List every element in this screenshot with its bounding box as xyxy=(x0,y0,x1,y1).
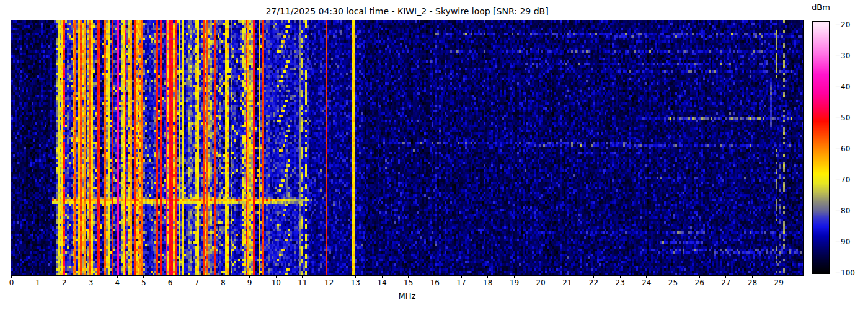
x-tick xyxy=(699,275,700,278)
colorbar-tick-label: −40 xyxy=(835,82,866,91)
x-tick xyxy=(197,275,197,278)
x-tick xyxy=(725,275,726,278)
x-tick-label: 25 xyxy=(663,278,684,287)
x-tick xyxy=(329,275,329,278)
x-tick xyxy=(302,275,303,278)
colorbar-tick-label: −20 xyxy=(835,20,866,29)
x-tick xyxy=(779,275,779,278)
x-tick-label: 20 xyxy=(530,278,551,287)
x-tick-label: 6 xyxy=(160,278,181,287)
waterfall-canvas xyxy=(11,20,803,275)
waterfall-plot xyxy=(11,20,804,276)
colorbar-tick xyxy=(830,149,832,149)
x-tick xyxy=(38,275,38,278)
colorbar-unit-label: dBm xyxy=(805,2,837,12)
x-tick xyxy=(143,275,144,278)
chart-title: 27/11/2025 04:30 local time - KIWI_2 - S… xyxy=(11,6,803,17)
x-tick-label: 5 xyxy=(133,278,154,287)
x-tick xyxy=(435,275,435,278)
x-tick-label: 10 xyxy=(265,278,286,287)
colorbar-tick xyxy=(830,211,832,211)
x-tick xyxy=(91,275,91,278)
x-tick-label: 12 xyxy=(319,278,340,287)
x-tick-label: 15 xyxy=(398,278,419,287)
colorbar-canvas xyxy=(813,22,829,273)
x-tick xyxy=(223,275,223,278)
colorbar-tick xyxy=(830,273,832,273)
x-tick-label: 2 xyxy=(54,278,75,287)
x-tick-label: 3 xyxy=(81,278,102,287)
colorbar-tick xyxy=(830,87,832,87)
x-tick xyxy=(170,275,170,278)
x-tick xyxy=(514,275,515,278)
x-tick xyxy=(461,275,462,278)
x-tick xyxy=(276,275,277,278)
x-tick-label: 4 xyxy=(107,278,128,287)
x-tick xyxy=(487,275,488,278)
spectrogram-page: 27/11/2025 04:30 local time - KIWI_2 - S… xyxy=(0,0,868,310)
x-tick-label: 24 xyxy=(636,278,657,287)
x-tick-label: 22 xyxy=(583,278,604,287)
colorbar-tick xyxy=(830,25,832,25)
x-tick-label: 23 xyxy=(609,278,631,287)
x-tick-label: 9 xyxy=(239,278,260,287)
x-tick-label: 16 xyxy=(424,278,445,287)
x-tick-label: 28 xyxy=(742,278,763,287)
x-tick-label: 8 xyxy=(213,278,234,287)
colorbar-tick-label: −60 xyxy=(835,144,866,153)
colorbar-tick xyxy=(830,242,832,242)
x-tick xyxy=(752,275,753,278)
x-tick xyxy=(541,275,541,278)
x-tick-label: 18 xyxy=(477,278,498,287)
x-tick-label: 11 xyxy=(292,278,313,287)
x-tick xyxy=(64,275,64,278)
x-tick xyxy=(620,275,621,278)
x-tick-label: 0 xyxy=(1,278,22,287)
x-tick xyxy=(673,275,673,278)
x-tick-label: 19 xyxy=(503,278,525,287)
colorbar-tick-label: −30 xyxy=(835,51,866,60)
x-tick-label: 7 xyxy=(186,278,207,287)
colorbar xyxy=(812,21,830,274)
x-tick-label: 29 xyxy=(768,278,789,287)
x-axis-label: MHz xyxy=(370,291,445,301)
colorbar-tick-label: −80 xyxy=(835,206,866,215)
x-tick-label: 14 xyxy=(371,278,392,287)
colorbar-tick xyxy=(830,56,832,56)
x-tick xyxy=(249,275,250,278)
x-tick-label: 27 xyxy=(715,278,737,287)
x-tick-label: 21 xyxy=(557,278,578,287)
colorbar-tick-label: −70 xyxy=(835,175,866,184)
x-tick xyxy=(593,275,594,278)
x-tick-label: 17 xyxy=(451,278,472,287)
x-tick xyxy=(355,275,356,278)
x-tick-label: 26 xyxy=(689,278,710,287)
x-tick xyxy=(382,275,383,278)
colorbar-tick-label: −100 xyxy=(835,268,866,277)
x-tick-label: 1 xyxy=(27,278,48,287)
x-tick xyxy=(11,275,12,278)
colorbar-tick xyxy=(830,118,832,118)
x-tick xyxy=(117,275,118,278)
x-tick xyxy=(646,275,647,278)
x-tick xyxy=(567,275,567,278)
colorbar-tick-label: −90 xyxy=(835,237,866,246)
x-tick xyxy=(408,275,409,278)
colorbar-tick-label: −50 xyxy=(835,113,866,122)
colorbar-tick xyxy=(830,180,832,180)
x-tick-label: 13 xyxy=(345,278,366,287)
